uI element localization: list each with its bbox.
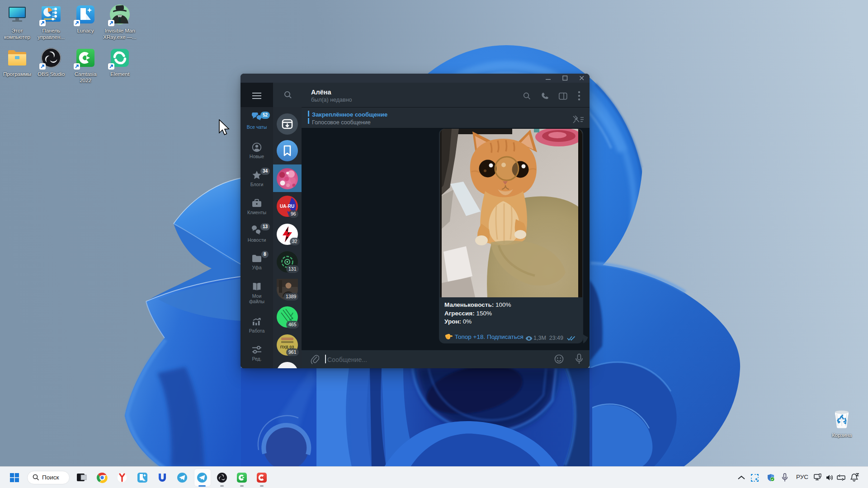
svg-text:UA-RU: UA-RU [280,204,294,209]
